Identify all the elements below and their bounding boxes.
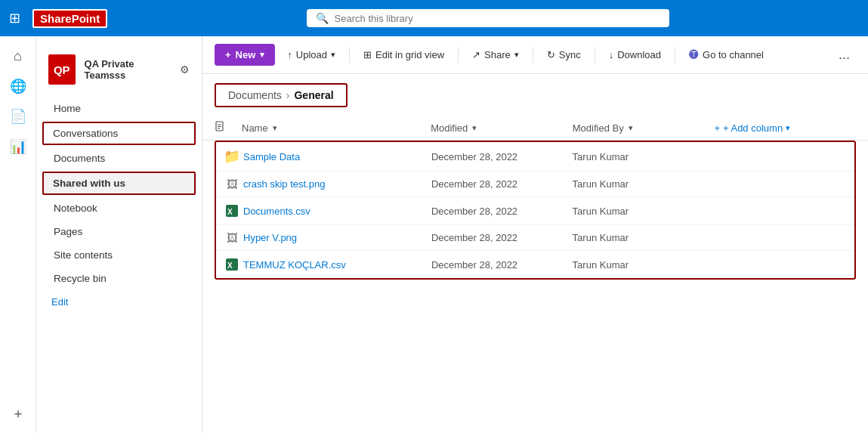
search-bar-container: 🔍 — [307, 9, 669, 27]
file-modified-5: December 28, 2022 — [431, 259, 573, 271]
file-modified-3: December 28, 2022 — [431, 206, 573, 217]
upload-label: Upload — [296, 49, 327, 60]
breadcrumb-parent[interactable]: Documents — [228, 89, 282, 101]
separator-4 — [595, 48, 595, 63]
more-options-button[interactable]: ... — [832, 44, 856, 66]
file-modified-by-4: Tarun Kumar — [573, 232, 714, 243]
sidebar-item-home[interactable]: Home — [36, 97, 202, 120]
file-modified-by-2: Tarun Kumar — [573, 178, 714, 190]
site-header: QP QA Private Teamsss ⚙ — [36, 48, 202, 97]
breadcrumb-separator: › — [286, 89, 290, 101]
new-button[interactable]: + New ▾ — [215, 44, 275, 66]
file-modified-4: December 28, 2022 — [431, 232, 573, 243]
upload-icon: ↑ — [287, 49, 292, 60]
edit-grid-button[interactable]: ⊞ Edit in grid view — [356, 45, 452, 65]
main-container: QP QA Private Teamsss ⚙ Home Conversatio… — [36, 36, 868, 433]
share-button[interactable]: ↗ Share ▾ — [465, 45, 527, 65]
teams-icon: 🅣 — [689, 49, 699, 60]
upload-button[interactable]: ↑ Upload ▾ — [280, 45, 343, 65]
file-list-header: Name ▾ Modified ▾ Modified By ▾ + + Add … — [202, 116, 868, 141]
chart-nav-icon[interactable]: 📊 — [5, 133, 32, 160]
modified-col-header[interactable]: Modified ▾ — [431, 122, 573, 134]
search-input[interactable] — [335, 13, 660, 24]
file-list-body: 📁 Sample Data December 28, 2022 Tarun Ku… — [215, 141, 856, 280]
table-row: X Documents.csv December 28, 2022 Tarun … — [216, 197, 854, 225]
sync-icon: ↻ — [547, 49, 555, 60]
plus-icon: + — [225, 49, 231, 60]
table-row: X TEMMUZ KOÇLAR.csv December 28, 2022 Ta… — [216, 251, 854, 278]
file-modified-1: December 28, 2022 — [431, 151, 573, 162]
new-label: New — [236, 49, 256, 60]
sidebar-item-site-contents[interactable]: Site contents — [36, 243, 202, 267]
file-name-temmuz-csv[interactable]: TEMMUZ KOÇLAR.csv — [243, 259, 431, 271]
svg-text:X: X — [227, 261, 233, 270]
file-modified-by-1: Tarun Kumar — [573, 151, 714, 162]
separator-5 — [675, 48, 675, 63]
file-name-crash-png[interactable]: crash skip test.png — [243, 178, 431, 190]
modified-by-col-header[interactable]: Modified By ▾ — [573, 122, 715, 134]
download-button[interactable]: ↓ Download — [601, 45, 669, 65]
site-title: QA Private Teamsss — [85, 58, 168, 81]
new-chevron-icon: ▾ — [260, 50, 264, 60]
name-sort-icon: ▾ — [273, 123, 277, 133]
file-modified-by-3: Tarun Kumar — [573, 206, 714, 217]
name-col-header[interactable]: Name ▾ — [242, 122, 431, 134]
image-icon: 🖼 — [216, 178, 243, 190]
top-bar: ⊞ SharePoint 🔍 — [0, 0, 868, 36]
content-area: + New ▾ ↑ Upload ▾ ⊞ Edit in grid view ↗… — [202, 36, 868, 433]
sync-button[interactable]: ↻ Sync — [539, 45, 588, 65]
file-name-sample-data[interactable]: Sample Data — [243, 151, 431, 162]
file-name-hyper-png[interactable]: Hyper V.png — [243, 232, 431, 243]
sidebar-item-recycle[interactable]: Recycle bin — [36, 267, 202, 290]
download-icon: ↓ — [609, 49, 614, 60]
settings-icon[interactable]: ⚙ — [180, 63, 190, 76]
sidebar-item-documents[interactable]: Documents — [36, 147, 202, 170]
site-avatar: QP — [48, 54, 76, 85]
excel-icon: X — [216, 203, 243, 218]
add-column-button[interactable]: + + Add column ▾ — [714, 122, 856, 134]
table-row: 🖼 Hyper V.png December 28, 2022 Tarun Ku… — [216, 225, 854, 251]
file-modified-2: December 28, 2022 — [431, 178, 573, 190]
image-icon-2: 🖼 — [216, 231, 243, 244]
search-icon: 🔍 — [316, 12, 329, 24]
sidebar-item-conversations[interactable]: Conversations — [42, 122, 196, 145]
separator-2 — [458, 48, 459, 63]
share-label: Share — [484, 49, 511, 60]
sidebar: QP QA Private Teamsss ⚙ Home Conversatio… — [36, 36, 202, 433]
sidebar-item-shared[interactable]: Shared with us — [42, 172, 196, 195]
excel-icon-2: X — [216, 257, 243, 272]
add-col-chevron: ▾ — [786, 123, 790, 133]
sidebar-item-pages[interactable]: Pages — [36, 220, 202, 243]
grid-icon: ⊞ — [363, 49, 372, 60]
add-nav-icon[interactable]: ＋ — [5, 400, 32, 427]
modified-by-sort-icon: ▾ — [629, 123, 633, 133]
sidebar-item-notebook[interactable]: Notebook — [36, 196, 202, 220]
sync-label: Sync — [559, 49, 581, 60]
folder-icon: 📁 — [216, 148, 243, 165]
modified-sort-icon: ▾ — [472, 123, 477, 133]
waffle-icon[interactable]: ⊞ — [9, 10, 20, 26]
file-modified-by-5: Tarun Kumar — [573, 259, 714, 271]
share-chevron-icon: ▾ — [514, 50, 519, 60]
go-to-channel-button[interactable]: 🅣 Go to channel — [681, 45, 771, 65]
home-nav-icon[interactable]: ⌂ — [5, 42, 32, 70]
share-icon: ↗ — [472, 49, 480, 60]
add-col-icon: + — [714, 122, 720, 134]
document-nav-icon[interactable]: 📄 — [5, 103, 32, 130]
breadcrumb-current: General — [294, 89, 333, 101]
separator-3 — [533, 48, 533, 63]
separator-1 — [349, 48, 350, 63]
sharepoint-logo[interactable]: SharePoint — [32, 9, 107, 28]
download-label: Download — [617, 49, 661, 60]
globe-nav-icon[interactable]: 🌐 — [5, 73, 32, 100]
edit-grid-label: Edit in grid view — [375, 49, 444, 60]
file-name-documents-csv[interactable]: Documents.csv — [243, 206, 431, 217]
sidebar-nav: Home Conversations Documents Shared with… — [36, 97, 202, 290]
table-row: 🖼 crash skip test.png December 28, 2022 … — [216, 172, 854, 197]
table-row: 📁 Sample Data December 28, 2022 Tarun Ku… — [216, 142, 854, 172]
left-icon-bar: ⌂ 🌐 📄 📊 ＋ — [0, 36, 36, 433]
go-to-channel-label: Go to channel — [703, 49, 764, 60]
toolbar: + New ▾ ↑ Upload ▾ ⊞ Edit in grid view ↗… — [202, 36, 868, 74]
sidebar-edit-link[interactable]: Edit — [36, 290, 202, 314]
svg-text:X: X — [227, 208, 233, 216]
